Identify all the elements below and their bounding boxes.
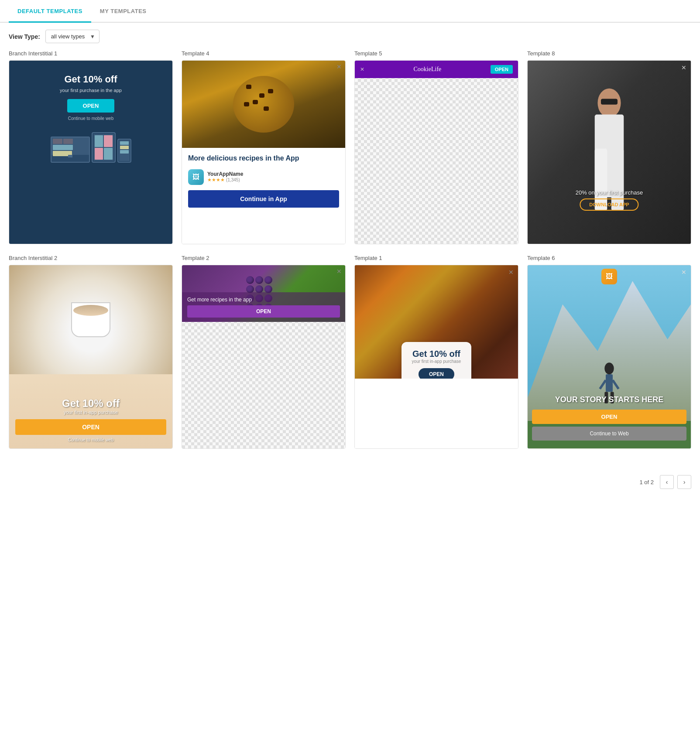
monitor-icon [51, 137, 90, 163]
phone-icon [117, 139, 131, 163]
template2-overlay: Get more recipes in the app OPEN [182, 292, 345, 322]
template2-content: ✕ Get more recipes in the app OPEN [182, 265, 345, 448]
template5-open-btn[interactable]: OPEN [491, 65, 513, 74]
template6-app-icon: 🖼 [601, 269, 617, 284]
branch1-subtext: your first purchase in the app [60, 88, 122, 93]
pagination-label: 1 of 2 [639, 479, 654, 485]
app-icon: 🖼 [188, 169, 204, 185]
tab-my-templates[interactable]: MY TEMPLATES [91, 0, 155, 23]
branch2-coffee-image [9, 265, 172, 374]
template5-logo: CookieLife [364, 66, 491, 73]
template-name-4: Template 4 [182, 50, 346, 57]
templates-row-1: Branch Interstitial 1 Get 10% off your f… [9, 50, 691, 244]
template-name-2: Template 2 [182, 255, 346, 261]
template4-continue-btn[interactable]: Continue in App [188, 190, 339, 208]
svg-rect-5 [601, 99, 618, 105]
branch1-preview-content: Get 10% off your first purchase in the a… [9, 61, 172, 244]
template5-header: ✕ CookieLife OPEN [355, 61, 518, 78]
template-preview-6[interactable]: ✕ 🖼 YOUR STORY STARTS HERE OPEN Continue… [527, 265, 691, 449]
branch1-headline: Get 10% off [64, 74, 117, 85]
branch1-open-btn[interactable]: OPEN [67, 99, 115, 113]
template2-overlay-text: Get more recipes in the app [187, 297, 340, 303]
tablet-icon [92, 132, 116, 163]
branch2-open-btn[interactable]: OPEN [15, 419, 166, 435]
template-preview-2[interactable]: ✕ Get more recipes in the app OPEN [182, 265, 346, 449]
template-6: Template 6 [527, 255, 691, 449]
app-info: YourAppName ★★★★ (1,345) [207, 171, 243, 183]
template-1: Template 1 ✕ Get 10% off your first in-a… [354, 255, 518, 449]
app-stars: ★★★★ (1,345) [207, 177, 243, 183]
template-preview-branch2[interactable]: Get 10% off your first in-app purchase O… [9, 265, 173, 449]
pagination-prev-btn[interactable]: ‹ [660, 475, 674, 489]
template4-content: ✕ More delicious recipes in the App [182, 61, 345, 244]
tabs-bar: DEFAULT TEMPLATES MY TEMPLATES [0, 0, 700, 23]
template8-download-btn[interactable]: DOWNLOAD APP [580, 198, 638, 211]
template1-subtext: your first in-app purchase [410, 359, 463, 364]
view-type-select-wrapper: all view types banner interstitial half … [45, 30, 100, 43]
template-name-5: Template 5 [354, 50, 518, 57]
pagination-next-btn[interactable]: › [677, 475, 691, 489]
device-mockup [51, 132, 131, 163]
tab-default[interactable]: DEFAULT TEMPLATES [9, 0, 91, 23]
branch2-subtext: your first in-app purchase [64, 410, 118, 415]
template-preview-8[interactable]: ✕ 20% on your first purchase D [527, 60, 691, 244]
template1-content: ✕ Get 10% off your first in-app purchase… [355, 265, 518, 448]
template1-close-icon[interactable]: ✕ [508, 269, 514, 276]
template1-food-image: Get 10% off your first in-app purchase O… [355, 265, 518, 379]
template8-person-silhouette [570, 78, 649, 244]
template6-headline: YOUR STORY STARTS HERE [528, 395, 691, 405]
template-branch-interstitial-1: Branch Interstitial 1 Get 10% off your f… [9, 50, 173, 244]
template-5: Template 5 ✕ CookieLife OPEN [354, 50, 518, 244]
template4-food-image [182, 61, 345, 148]
template-preview-4[interactable]: ✕ More delicious recipes in the App [182, 60, 346, 244]
branch2-headline: Get 10% off [62, 397, 120, 410]
template-preview-branch1[interactable]: Get 10% off your first purchase in the a… [9, 60, 173, 244]
template6-content: ✕ 🖼 YOUR STORY STARTS HERE OPEN Continue… [528, 265, 691, 448]
coffee-cup-icon [71, 302, 110, 337]
template-name-branch1: Branch Interstitial 1 [9, 50, 173, 57]
template4-headline: More delicious recipes in the App [188, 154, 339, 163]
template6-open-btn[interactable]: OPEN [532, 410, 686, 424]
template4-app-row: 🖼 YourAppName ★★★★ (1,345) [188, 169, 339, 185]
pagination-bar: 1 of 2 ‹ › [0, 468, 700, 496]
template-4: Template 4 ✕ [182, 50, 346, 244]
branch2-content: Get 10% off your first in-app purchase O… [9, 265, 172, 448]
template8-close-icon[interactable]: ✕ [681, 64, 686, 71]
branch2-info: Get 10% off your first in-app purchase O… [9, 391, 172, 448]
template-2: Template 2 ✕ Get more recipes in the app… [182, 255, 346, 449]
svg-point-9 [604, 362, 614, 374]
branch1-continue: Continue to mobile web [68, 116, 114, 121]
template2-food-image: Get more recipes in the app OPEN [182, 265, 345, 322]
filter-bar: View Type: all view types banner interst… [0, 23, 700, 50]
template1-open-btn[interactable]: OPEN [419, 368, 454, 379]
cookie-visual [233, 76, 294, 133]
template-name-1: Template 1 [354, 255, 518, 261]
coffee-top [73, 305, 108, 316]
app-name: YourAppName [207, 171, 243, 177]
app-reviews: (1,345) [226, 178, 240, 182]
template-name-branch2: Branch Interstitial 2 [9, 255, 173, 261]
template6-close-icon[interactable]: ✕ [681, 269, 686, 276]
template-8: Template 8 ✕ [527, 50, 691, 244]
template-preview-5[interactable]: ✕ CookieLife OPEN [354, 60, 518, 244]
template2-open-btn[interactable]: OPEN [187, 305, 340, 318]
view-type-select[interactable]: all view types banner interstitial half … [45, 30, 100, 43]
template4-close-icon[interactable]: ✕ [336, 63, 342, 70]
template5-close-icon[interactable]: ✕ [360, 66, 364, 72]
branch2-continue: Continue to mobile web [68, 438, 114, 442]
template-name-6: Template 6 [527, 255, 691, 261]
view-type-label: View Type: [9, 33, 40, 40]
template6-continue-btn[interactable]: Continue to Web [532, 427, 686, 441]
svg-rect-10 [606, 374, 613, 392]
template1-discount-card: Get 10% off your first in-app purchase O… [401, 342, 471, 379]
template4-info: More delicious recipes in the App 🖼 Your… [182, 148, 345, 214]
template2-close-icon[interactable]: ✕ [336, 268, 342, 275]
template5-content: ✕ CookieLife OPEN [355, 61, 518, 244]
template1-headline: Get 10% off [410, 349, 463, 359]
templates-row-2: Branch Interstitial 2 Get 10% off your f… [9, 255, 691, 449]
branch1-devices [18, 132, 164, 163]
template8-promo: 20% on your first purchase [528, 189, 691, 196]
template-name-8: Template 8 [527, 50, 691, 57]
template8-content: ✕ 20% on your first purchase D [528, 61, 691, 244]
template-preview-1[interactable]: ✕ Get 10% off your first in-app purchase… [354, 265, 518, 449]
